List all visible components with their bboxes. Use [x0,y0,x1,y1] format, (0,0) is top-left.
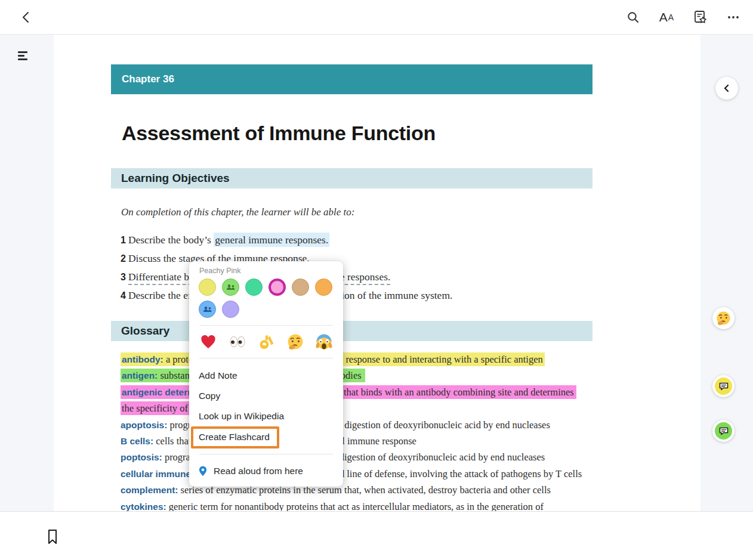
glossary-heading: Glossary [111,321,592,341]
objectives-intro: On completion of this chapter, the learn… [121,206,354,218]
bookmark-button[interactable] [47,529,58,547]
selection-context-menu: Peachy Pink [189,261,343,487]
reading-area: Chapter 36 Assessment of Immune Function… [0,35,753,511]
ok-hand-icon[interactable] [258,333,274,350]
notebook-button[interactable] [691,8,709,26]
chapter-label: Chapter 36 [122,73,174,85]
book-page: Chapter 36 Assessment of Immune Function… [54,35,700,511]
back-button[interactable] [19,10,33,24]
highlight-color-row-1 [199,279,334,296]
menu-item-wikipedia[interactable]: Look up in Wikipedia [199,406,334,426]
green-note-disc [715,422,732,440]
bottom-navigation-bar: / 921 [0,511,753,560]
text-settings-button[interactable]: A A [658,8,675,26]
people-icon [203,306,212,313]
margin-reaction-thinking[interactable] [712,307,735,329]
color-swatch-green-shared[interactable] [222,279,239,296]
read-aloud-label: Read aloud from here [214,466,303,477]
chevron-left-icon [723,84,731,92]
selected-color-name: Peachy Pink [199,267,334,275]
read-aloud-button[interactable]: Read aloud from here [199,462,334,481]
text-settings-label-small: A [668,13,674,22]
table-of-contents-button[interactable] [18,51,29,61]
color-swatch-peachy-pink-selected[interactable] [269,279,286,296]
thinking-face-icon [716,311,731,326]
menu-item-create-flashcard[interactable]: Create Flashcard [191,426,279,448]
objective-item: 1Describe the body’s general immune resp… [121,231,452,249]
menu-item-create-flashcard-wrap: Create Flashcard [199,426,334,447]
collapse-panel-button[interactable] [715,77,738,100]
emoji-reaction-row [199,333,334,351]
menu-item-copy[interactable]: Copy [199,386,334,406]
color-swatch-yellow[interactable] [199,279,216,296]
people-icon [226,284,236,291]
context-menu-items: Add Note Copy Look up in Wikipedia Creat… [199,366,334,447]
learning-objectives-heading: Learning Objectives [111,168,592,188]
top-toolbar: A A [0,0,753,35]
blue-highlight[interactable]: general immune responses. [214,233,329,247]
page-title: Assessment of Immune Function [122,122,599,145]
menu-item-add-note[interactable]: Add Note [199,366,334,386]
glossary-entry: cytokines: generic term for nonantibody … [121,499,582,511]
yellow-note-disc [715,378,732,395]
color-swatch-mint[interactable] [245,279,263,296]
color-swatch-lavender[interactable] [222,301,239,318]
ellipsis-icon [727,16,739,19]
screaming-face-icon[interactable] [316,333,332,350]
margin-note-green[interactable] [712,420,735,442]
map-pin-icon [199,466,207,477]
search-button[interactable] [624,8,642,26]
color-swatch-blue-shared[interactable] [199,301,216,318]
color-swatch-orange[interactable] [315,279,332,296]
divider [199,454,333,454]
red-heart-icon[interactable] [200,333,217,350]
more-options-button[interactable] [724,8,742,26]
divider [199,358,333,358]
speech-bubble-icon [719,382,729,391]
search-icon [626,10,640,24]
eyes-icon[interactable] [229,333,246,350]
chevron-left-icon [19,10,33,24]
divider [199,325,333,326]
text-settings-label-large: A [659,10,668,24]
ebook-reader: A A Chapter 36 [0,0,753,560]
color-swatch-tan[interactable] [292,279,309,296]
bookmark-icon [47,529,58,544]
thinking-face-icon[interactable] [287,333,304,350]
chapter-banner: Chapter 36 [111,64,592,94]
highlight-color-row-2 [199,301,334,318]
margin-note-yellow[interactable] [712,375,735,397]
speech-bubble-icon [719,427,729,435]
notebook-star-icon [692,10,708,25]
